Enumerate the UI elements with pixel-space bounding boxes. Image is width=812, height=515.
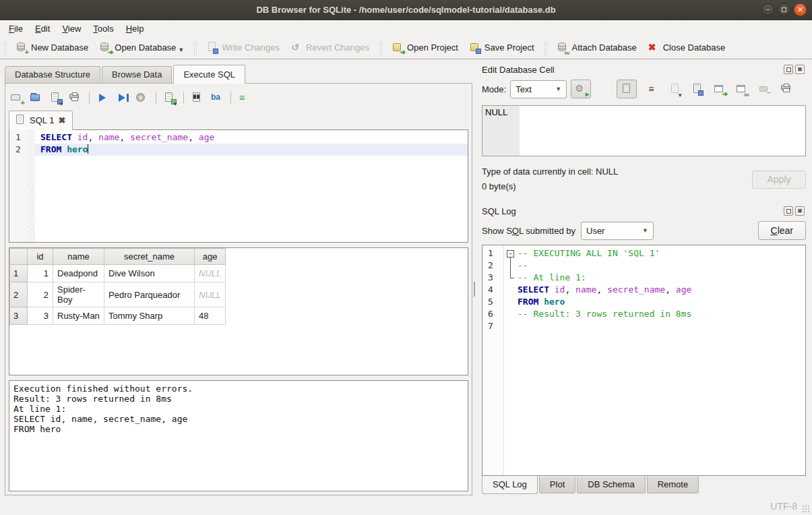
cell-age[interactable]: NULL [195,282,226,307]
resize-grip[interactable] [802,505,810,513]
toolbar-separator [544,41,547,55]
toolbar-handle[interactable] [3,41,8,55]
log-line-number-gutter: 1234567 [482,245,504,475]
float-icon[interactable] [784,65,793,74]
column-header-secret_name[interactable]: secret_name [104,249,195,265]
save-project-button[interactable]: Save Project [464,39,540,56]
chevron-down-icon[interactable]: ▼ [178,47,184,53]
float-icon[interactable] [784,206,793,216]
copy-link-icon[interactable]: ∞ [736,84,748,95]
sql-line-1: SELECT id, name, secret_name, age [35,131,468,144]
results-grid[interactable]: idnamesecret_nameage11DeadpondDive Wilso… [9,247,468,375]
fold-margin [504,296,518,308]
open-external-icon[interactable]: ➔ [714,84,726,95]
word-wrap-icon[interactable]: ≡ [647,84,659,95]
editor-results-splitter[interactable] [9,243,468,247]
dock-tab-db-schema[interactable]: DB Schema [577,477,645,493]
row-header[interactable]: 1 [10,265,28,282]
sql-log-view[interactable]: 1234567 -- EXECUTING ALL IN 'SQL 1'---- … [482,245,806,476]
maximize-icon[interactable] [778,3,790,16]
set-null-icon[interactable]: − [758,84,770,95]
close-database-button[interactable]: ✖Close Database [642,39,731,56]
line-number-gutter: 12 [9,130,28,242]
tab-sql-1[interactable]: SQL 1 ✖ [9,111,73,130]
revert-changes-button: ↺Revert Changes [285,39,375,56]
menu-file[interactable]: File [3,22,29,36]
open-project-icon: ➔ [392,42,404,53]
cell-secret_name[interactable]: Tommy Sharp [104,307,195,325]
fold-margin [504,320,518,332]
cell-secret_name[interactable]: Pedro Parqueador [104,282,195,307]
tab-database-structure[interactable]: Database Structure [5,66,100,83]
tab-browse-data[interactable]: Browse Data [102,66,172,83]
execute-current-line-icon[interactable] [116,92,129,104]
cell-age[interactable]: 48 [195,307,226,325]
table-row: 33Rusty-ManTommy Sharp48 [10,307,226,325]
cell-name[interactable]: Rusty-Man [53,307,104,325]
menu-tools[interactable]: Tools [87,22,119,36]
dock-tab-plot[interactable]: Plot [539,477,575,493]
cell-id[interactable]: 3 [28,307,53,325]
dock-tab-remote[interactable]: Remote [647,477,699,493]
apply-button[interactable]: Apply [752,171,806,189]
find-icon[interactable] [191,92,204,104]
minimize-icon[interactable]: − [761,3,774,16]
save-sql-file-icon[interactable]: ▼ [49,92,63,104]
sql-editor[interactable]: 12 SELECT id, name, secret_name, ageFROM… [9,129,468,243]
titlebar[interactable]: DB Browser for SQLite - /home/user/code/… [0,0,812,20]
edit-cell-dock-titlebar: Edit Database Cell ✖ [478,62,806,77]
open-project-button[interactable]: ➔Open Project [386,39,464,56]
format-sql-icon[interactable]: ≡ [238,92,251,104]
cell-name[interactable]: Spider-Boy [53,282,104,307]
sql-line-2: FROM hero [35,144,468,156]
auto-switch-mode-icon[interactable]: ⚙▸ [571,80,591,98]
open-database-button[interactable]: ➔Open Database▼ [94,39,189,56]
cell-name[interactable]: Deadpond [53,265,104,282]
stop-execution-icon[interactable]: ✕ [135,92,149,104]
row-header[interactable]: 3 [10,307,28,325]
row-header[interactable]: 2 [10,282,28,307]
submitted-by-select[interactable]: User▼ [581,222,654,240]
close-tab-icon[interactable]: ✖ [58,115,65,125]
sql-code-area[interactable]: SELECT id, name, secret_name, ageFROM he… [35,130,468,242]
cell-secret_name[interactable]: Dive Wilson [104,265,195,282]
execute-all-icon[interactable] [96,92,110,104]
sql-tab-label: SQL 1 [30,115,54,125]
print-cell-icon[interactable] [780,84,792,95]
menu-edit[interactable]: Edit [29,22,56,36]
toolbar-separator [193,41,197,55]
close-icon[interactable]: ✖ [795,206,805,216]
cell-editor[interactable]: NULL [482,105,806,156]
column-header-name[interactable]: name [53,249,104,265]
export-to-file-icon[interactable] [691,84,704,95]
export-results-icon[interactable]: ▼ [163,92,177,104]
column-header-id[interactable]: id [28,249,53,265]
fold-marker-icon[interactable] [504,247,518,260]
open-sql-file-icon[interactable] [30,92,43,104]
print-sql-icon[interactable] [69,92,82,104]
open-sql-tab-icon[interactable]: + [10,92,24,104]
cell-id[interactable]: 2 [28,282,53,307]
column-header-corner[interactable] [10,249,28,265]
toolbar-separator [183,92,184,104]
results-message-splitter[interactable] [9,375,468,380]
close-icon[interactable]: ✕ [794,3,807,16]
menu-help[interactable]: Help [120,22,150,36]
text-mode-button[interactable] [617,80,637,98]
dock-splitter[interactable] [472,59,476,497]
mode-select[interactable]: Text▼ [510,80,567,98]
cell-age[interactable]: NULL [195,265,226,282]
import-from-file-icon[interactable]: ▼ [669,84,681,95]
dock-tab-sql-log[interactable]: SQL Log [482,476,538,494]
attach-database-button[interactable]: ∞Attach Database [551,39,642,56]
replace-icon[interactable]: ba [210,92,224,104]
column-header-age[interactable]: age [195,249,226,265]
close-icon[interactable]: ✖ [795,65,805,74]
new-database-button[interactable]: +New Database [10,39,94,56]
toolbar-separator [230,92,231,104]
cell-id[interactable]: 1 [28,265,53,282]
clear-button[interactable]: Clear [758,221,806,240]
tab-execute-sql[interactable]: Execute SQL [173,65,245,84]
menu-view[interactable]: View [56,22,87,36]
text-mode-icon [621,84,633,95]
